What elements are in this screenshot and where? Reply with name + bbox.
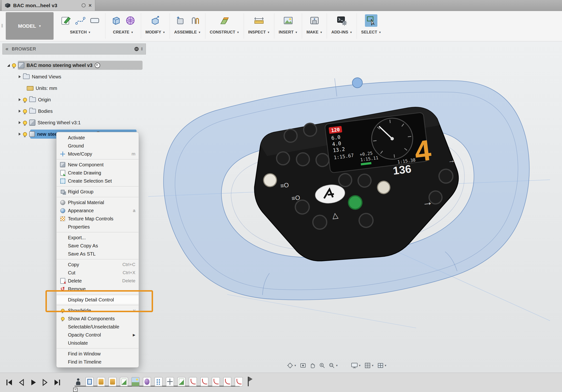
zoom-window-button[interactable]: ▼ [328,362,338,369]
insert-menu[interactable]: INSERT▼ [279,30,297,35]
display-settings-button[interactable]: ▼ [351,362,361,369]
addins-menu[interactable]: ADD-INS▼ [331,30,352,35]
form-tool-button[interactable] [124,14,137,27]
disclosure-expanded-icon[interactable] [7,64,10,67]
tree-item-units[interactable]: Units: mm [27,83,57,93]
scripts-addins-button[interactable] [336,14,348,27]
tree-item-steering-wheel[interactable]: Steering Wheel v3:1 [19,118,81,128]
assemble-menu[interactable]: ASSEMBLE▼ [174,30,201,35]
new-component-button[interactable] [174,14,187,27]
menu-item-activate[interactable]: Activate [57,134,139,142]
disclosure-icon[interactable] [19,110,21,113]
timeline-feature[interactable] [212,377,220,386]
timeline-feature[interactable] [120,377,128,386]
menu-item-show-all-components[interactable]: Show All Components [57,315,139,323]
menu-item-save-copy-as[interactable]: Save Copy As [57,242,139,250]
menu-item-move-copy[interactable]: Move/Copy m [57,150,139,158]
viewports-button[interactable]: ▼ [377,362,387,369]
disclosure-icon[interactable] [19,98,21,101]
menu-item-physical-material[interactable]: Physical Material [57,198,139,207]
disclosure-icon[interactable] [19,75,21,78]
measure-button[interactable] [253,14,265,27]
wheel-cover-body[interactable]: 120 6.0 4.0 13.2 1:15.67 +0.25 1:15.11 1… [153,67,543,318]
timeline-feature[interactable] [154,377,162,386]
menu-item-ground[interactable]: Ground [57,142,139,150]
insert-image-button[interactable] [282,14,294,27]
timeline-end-marker[interactable] [248,377,249,386]
collapse-panel-icon[interactable]: « [5,46,8,52]
go-to-end-button[interactable] [53,378,61,387]
menu-item-unisolate[interactable]: Unisolate [57,339,139,347]
tree-item-bodies[interactable]: Bodies [19,106,53,116]
timeline-feature[interactable] [143,377,151,386]
look-at-button[interactable] [300,362,306,369]
timeline-feature[interactable] [223,377,231,386]
menu-item-new-component[interactable]: New Component [57,161,139,169]
create-menu[interactable]: CREATE▼ [113,30,133,35]
menu-item-export[interactable]: Export... [57,233,139,242]
menu-item-delete[interactable]: Delete Delete [57,277,139,285]
menu-item-create-drawing[interactable]: Create Drawing [57,169,139,177]
slot-tool-button[interactable] [88,14,101,27]
timeline-feature[interactable] [166,377,174,386]
select-menu[interactable]: SELECT▼ [361,30,381,35]
timeline-feature[interactable] [177,377,185,386]
pan-button[interactable] [309,362,316,369]
modify-menu[interactable]: MODIFY▼ [145,30,165,35]
grid-settings-button[interactable]: ▼ [364,362,374,369]
orbit-button[interactable]: ▼ [287,362,297,369]
step-forward-button[interactable] [41,378,49,387]
menu-item-copy[interactable]: Copy Ctrl+C [57,261,139,269]
make-button[interactable] [308,14,321,27]
timeline-feature[interactable] [200,377,208,386]
menu-item-opacity-control[interactable]: Opacity Control ▶ [57,331,139,339]
visibility-bulb-icon[interactable] [23,98,27,102]
menu-item-remove[interactable]: ↺ Remove [57,285,139,293]
timeline-feature[interactable] [235,377,243,386]
press-pull-button[interactable] [149,14,162,27]
disclosure-icon[interactable] [19,133,21,136]
zoom-button[interactable] [319,362,325,369]
document-tab[interactable]: BAC mon...heel v3 × [1,0,95,11]
menu-item-show-hide[interactable]: Show/Hide v [57,306,139,315]
timeline-feature[interactable] [97,377,105,386]
activate-radio-icon[interactable] [95,63,100,68]
menu-item-find-in-timeline[interactable]: Find in Timeline [57,358,139,366]
step-back-button[interactable] [17,378,25,387]
visibility-bulb-icon[interactable] [23,121,27,125]
construct-plane-button[interactable] [218,14,231,27]
tree-item-named-views[interactable]: Named Views [19,72,61,82]
workspace-selector[interactable]: MODEL ▼ [6,12,54,40]
menu-item-properties[interactable]: Properties [57,223,139,231]
sketch-menu[interactable]: SKETCH▼ [70,30,91,35]
timeline-feature[interactable] [131,377,140,386]
inspect-menu[interactable]: INSPECT▼ [248,30,270,35]
create-sketch-button[interactable] [60,14,72,27]
timeline-feature[interactable] [189,377,197,386]
menu-item-rigid-group[interactable]: Rigid Group [57,188,139,196]
panel-drag-handle[interactable]: ‖ [141,46,143,52]
steering-wheel-3d-model[interactable]: 120 6.0 4.0 13.2 1:15.67 +0.25 1:15.11 1… [148,67,550,330]
select-tool-button[interactable] [365,14,377,27]
timeline-feature[interactable] [109,377,117,386]
play-button[interactable] [29,378,37,387]
construct-menu[interactable]: CONSTRUCT▼ [210,30,239,35]
browser-panel-header[interactable]: « BROWSER ‖ [2,44,146,55]
menu-item-cut[interactable]: Cut Ctrl+X [57,269,139,277]
go-to-start-button[interactable] [5,378,13,387]
menu-item-create-selection-set[interactable]: Create Selection Set [57,177,139,185]
tree-item-origin[interactable]: Origin [19,95,51,105]
visibility-bulb-icon[interactable] [23,109,27,113]
spline-tool-button[interactable] [74,14,87,27]
visibility-bulb-icon[interactable] [12,63,16,67]
menu-item-save-as-stl[interactable]: Save As STL [57,250,139,258]
menu-item-find-in-window[interactable]: Find in Window [57,350,139,358]
visibility-bulb-icon[interactable] [23,132,27,136]
new-body-button[interactable] [110,14,122,27]
joint-button[interactable] [188,14,201,27]
disclosure-icon[interactable] [19,121,21,124]
close-tab-icon[interactable]: × [88,3,92,8]
minimize-panel-icon[interactable] [134,47,139,51]
tree-item-root[interactable]: BAC mono steering wheel v3 [7,60,100,70]
timeline-feature[interactable] [86,377,94,386]
